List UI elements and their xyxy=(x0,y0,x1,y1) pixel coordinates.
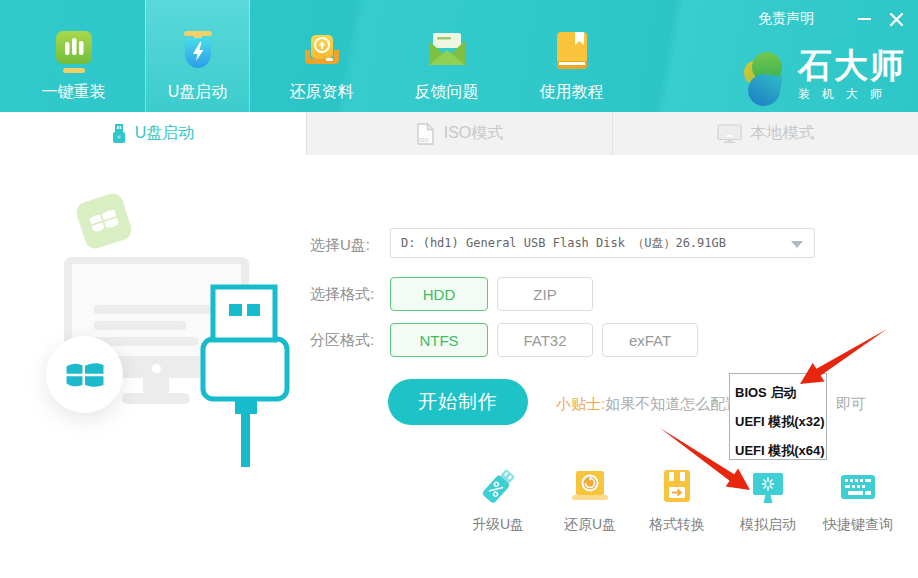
tool-format-convert[interactable]: 格式转换 xyxy=(632,467,722,534)
tip-text-suffix: 即可 xyxy=(836,395,866,414)
close-icon xyxy=(890,13,903,26)
simulate-boot-icon xyxy=(748,467,788,509)
monitor-stand xyxy=(143,377,169,394)
format-option-zip[interactable]: ZIP xyxy=(497,277,593,311)
format-label: 选择格式: xyxy=(310,285,374,304)
tab-usb-boot[interactable]: U盘启动 xyxy=(0,112,306,155)
tool-label: 模拟启动 xyxy=(740,516,796,534)
monitor-icon xyxy=(717,124,742,144)
partition-label: 分区格式: xyxy=(310,331,374,350)
brand-name: 石大师 xyxy=(798,46,906,84)
usb-shield-icon xyxy=(175,28,221,74)
windows-flag-icon xyxy=(85,202,123,240)
chevron-down-icon xyxy=(791,241,803,248)
nav-item-restore-data[interactable]: 还原资料 xyxy=(269,0,374,112)
usb-restore-icon xyxy=(570,467,610,509)
brand-swirl-icon xyxy=(744,52,790,108)
main-panel: 选择U盘: D: (hd1) General USB Flash Disk （U… xyxy=(0,155,918,578)
monitor-base xyxy=(122,393,190,404)
iso-badge-text: ISO xyxy=(419,137,429,143)
tool-hotkey-query[interactable]: 快捷键查询 xyxy=(813,467,903,534)
feedback-mail-icon xyxy=(424,28,470,74)
tab-label: ISO模式 xyxy=(444,123,504,144)
popup-item-uefi-x32[interactable]: UEFI 模拟(x32) xyxy=(735,407,826,436)
partition-option-ntfs[interactable]: NTFS xyxy=(390,323,488,357)
partition-option-fat32[interactable]: FAT32 xyxy=(497,323,593,357)
tip-text: 小贴士:如果不知道怎么配置 xyxy=(556,395,740,414)
tool-restore-usb[interactable]: 还原U盘 xyxy=(545,467,635,534)
minimize-button[interactable] xyxy=(854,10,874,28)
tool-label: 升级U盘 xyxy=(472,516,524,534)
nav-item-reinstall[interactable]: 一键重装 xyxy=(21,0,126,112)
tool-label: 还原U盘 xyxy=(564,516,616,534)
bar-chart-icon xyxy=(51,28,97,74)
tip-prefix: 小贴士: xyxy=(556,395,605,412)
usb-upgrade-icon xyxy=(478,467,518,509)
tool-label: 快捷键查询 xyxy=(823,516,893,534)
usb-select-label: 选择U盘: xyxy=(310,236,370,255)
disclaimer-link[interactable]: 免责声明 xyxy=(758,10,814,28)
tool-upgrade-usb[interactable]: 升级U盘 xyxy=(453,467,543,534)
tab-local-mode[interactable]: 本地模式 xyxy=(612,112,918,155)
tab-iso-mode[interactable]: ISO ISO模式 xyxy=(306,112,612,155)
windows-circle-illustration xyxy=(46,336,123,413)
format-option-hdd[interactable]: HDD xyxy=(390,277,488,311)
tab-label: U盘启动 xyxy=(135,123,195,144)
minimize-icon xyxy=(858,18,871,20)
windows-flag-icon xyxy=(64,354,106,396)
tab-label: 本地模式 xyxy=(751,123,815,144)
hotkey-query-icon xyxy=(838,467,878,509)
nav-label: U盘启动 xyxy=(168,84,228,100)
nav-item-feedback[interactable]: 反馈问题 xyxy=(394,0,499,112)
restore-data-icon xyxy=(299,28,345,74)
tutorial-book-icon xyxy=(549,28,595,74)
popup-item-uefi-x64[interactable]: UEFI 模拟(x64) xyxy=(735,436,826,465)
nav-label: 使用教程 xyxy=(540,84,604,100)
iso-file-icon: ISO xyxy=(416,123,435,145)
boot-mode-popup: BIOS 启动 UEFI 模拟(x32) UEFI 模拟(x64) xyxy=(729,373,827,460)
brand-tagline: 装机大师 xyxy=(798,86,906,103)
usb-plug-illustration xyxy=(196,282,296,467)
brand-logo: 石大师 装机大师 xyxy=(744,46,906,108)
titlebar: 一键重装 U盘启动 xyxy=(0,0,918,112)
tool-label: 格式转换 xyxy=(649,516,705,534)
popup-item-bios[interactable]: BIOS 启动 xyxy=(735,378,826,407)
format-convert-icon xyxy=(657,467,697,509)
nav-item-tutorial[interactable]: 使用教程 xyxy=(519,0,624,112)
nav-label: 还原资料 xyxy=(290,84,354,100)
partition-option-exfat[interactable]: exFAT xyxy=(602,323,698,357)
nav-label: 反馈问题 xyxy=(415,84,479,100)
close-button[interactable] xyxy=(886,10,906,28)
usb-select-dropdown[interactable]: D: (hd1) General USB Flash Disk （U盘）26.9… xyxy=(390,228,815,258)
usb-drive-icon xyxy=(112,124,126,144)
usb-select-value: D: (hd1) General USB Flash Disk （U盘）26.9… xyxy=(401,235,726,252)
nav-label: 一键重装 xyxy=(42,84,106,100)
nav-item-usb-boot[interactable]: U盘启动 xyxy=(145,0,250,112)
tool-simulate-boot[interactable]: 模拟启动 xyxy=(723,467,813,534)
windows-badge-illustration xyxy=(74,191,134,251)
app-window: 一键重装 U盘启动 xyxy=(0,0,918,578)
mode-tabs: U盘启动 ISO ISO模式 本地模式 xyxy=(0,112,918,155)
start-make-button[interactable]: 开始制作 xyxy=(388,379,528,425)
